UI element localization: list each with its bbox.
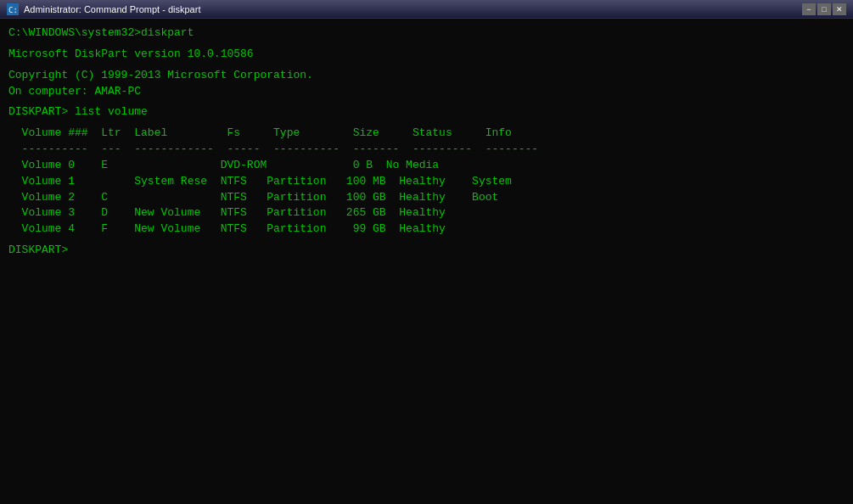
terminal-body[interactable]: C:\WINDOWS\system32>diskpart Microsoft D… — [0, 19, 853, 504]
maximize-button[interactable]: □ — [817, 3, 831, 15]
svg-text:C:: C: — [8, 6, 18, 14]
table-header: Volume ### Ltr Label Fs Type Size Status… — [8, 126, 845, 142]
version-line: Microsoft DiskPart version 10.0.10586 — [8, 47, 845, 63]
table-row-4: Volume 4 F New Volume NTFS Partition 99 … — [8, 221, 845, 238]
table-separator: ---------- --- ------------ ----- ------… — [8, 142, 845, 158]
table-row-2: Volume 2 C NTFS Partition 100 GB Healthy… — [8, 190, 845, 206]
computer-line: On computer: AMAR-PC — [8, 84, 845, 100]
minimize-button[interactable]: − — [802, 3, 816, 15]
copyright-line: Copyright (C) 1999-2013 Microsoft Corpor… — [8, 68, 845, 84]
command-line: DISKPART> list volume — [8, 104, 845, 120]
cmd-icon: C: — [7, 3, 19, 15]
title-bar-text: Administrator: Command Prompt - diskpart — [24, 4, 797, 14]
close-button[interactable]: ✕ — [833, 3, 846, 15]
final-prompt: DISKPART> — [8, 243, 845, 259]
table-row-0: Volume 0 E DVD-ROM 0 B No Media — [8, 158, 845, 174]
prompt-line: C:\WINDOWS\system32>diskpart — [8, 25, 845, 42]
title-bar-controls: − □ ✕ — [802, 3, 846, 15]
table-row-1: Volume 1 System Rese NTFS Partition 100 … — [8, 174, 845, 190]
title-bar: C: Administrator: Command Prompt - diskp… — [0, 0, 853, 19]
table-row-3: Volume 3 D New Volume NTFS Partition 265… — [8, 205, 845, 221]
